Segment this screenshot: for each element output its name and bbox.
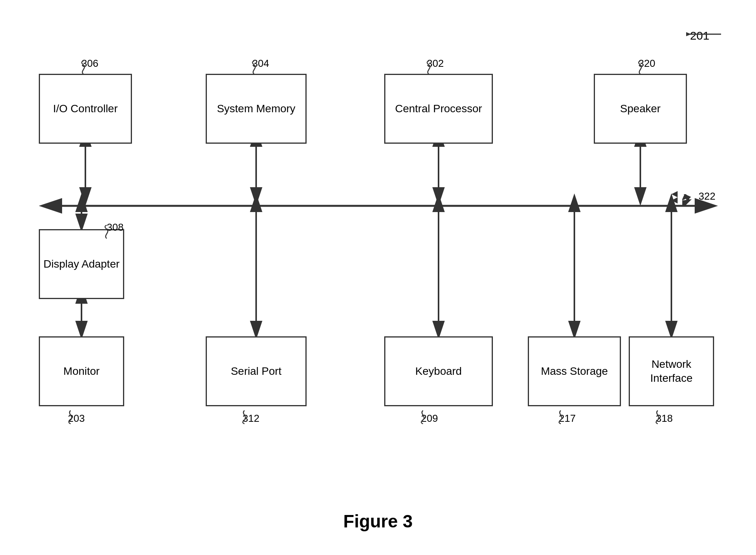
- keyboard-box: Keyboard: [384, 336, 493, 406]
- network-interface-box: Network Interface: [629, 336, 714, 406]
- central-processor-ref: 302: [427, 57, 444, 70]
- system-memory-ref: 304: [252, 57, 269, 70]
- svg-marker-12: [671, 197, 678, 204]
- speaker-ref: 320: [638, 57, 655, 70]
- diagram: I/O Controller 306 System Memory 304 Cen…: [0, 0, 756, 555]
- io-controller-label: I/O Controller: [53, 102, 118, 116]
- keyboard-label: Keyboard: [415, 364, 462, 378]
- central-processor-label: Central Processor: [395, 102, 482, 116]
- figure-caption: Figure 3: [343, 511, 413, 532]
- monitor-label: Monitor: [63, 364, 99, 378]
- display-adapter-box: Display Adapter: [39, 229, 124, 299]
- display-adapter-label: Display Adapter: [43, 257, 120, 271]
- central-processor-box: Central Processor: [384, 74, 493, 144]
- bus-322-indicator: [671, 190, 702, 205]
- mass-storage-ref: 217: [559, 412, 576, 425]
- network-interface-label: Network Interface: [630, 357, 713, 386]
- serial-port-box: Serial Port: [206, 336, 307, 406]
- speaker-label: Speaker: [620, 102, 661, 116]
- serial-port-label: Serial Port: [231, 364, 282, 378]
- mass-storage-box: Mass Storage: [528, 336, 621, 406]
- monitor-box: Monitor: [39, 336, 124, 406]
- io-controller-box: I/O Controller: [39, 74, 132, 144]
- system-memory-label: System Memory: [217, 102, 295, 116]
- main-ref-201: 201: [690, 29, 709, 42]
- display-adapter-ref: 308: [107, 221, 123, 233]
- system-memory-box: System Memory: [206, 74, 307, 144]
- io-controller-ref: 306: [81, 57, 98, 70]
- svg-marker-11: [671, 191, 678, 197]
- serial-port-ref: 312: [243, 412, 259, 425]
- bus-ref: 322: [699, 190, 715, 202]
- keyboard-ref: 209: [421, 412, 438, 425]
- monitor-ref: 203: [68, 412, 85, 425]
- network-interface-ref: 318: [656, 412, 673, 425]
- speaker-box: Speaker: [594, 74, 687, 144]
- mass-storage-label: Mass Storage: [541, 364, 608, 378]
